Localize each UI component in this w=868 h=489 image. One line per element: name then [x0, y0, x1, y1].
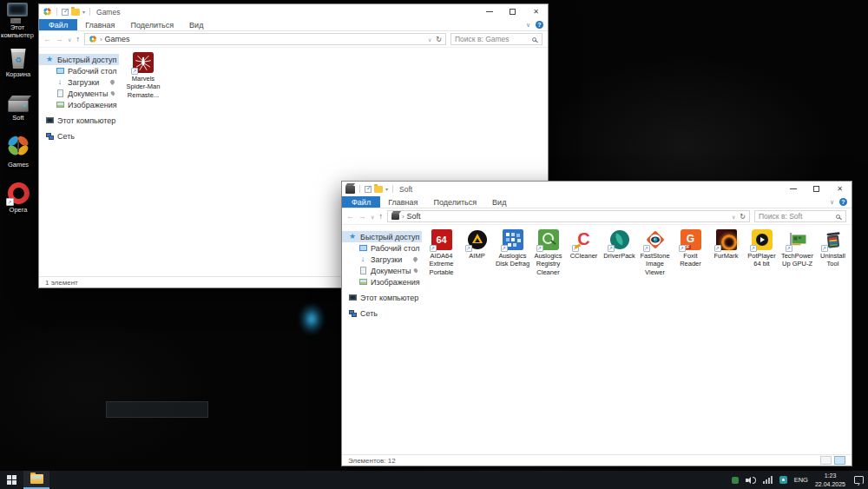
expand-ribbon-chevron-icon[interactable]: ∨ [830, 199, 834, 206]
action-center-icon[interactable] [854, 476, 864, 484]
tab-home[interactable]: Главная [77, 19, 122, 30]
downloads-icon [358, 255, 367, 263]
file-item-uninstall-tool[interactable]: Uninstall Tool [815, 229, 851, 268]
sidebar-item-network[interactable]: Сеть [342, 307, 422, 319]
clock-time: 1:23 [815, 472, 845, 479]
file-item-ccleaner[interactable]: C CCleaner [566, 229, 602, 260]
wallpaper-blue-glow [299, 302, 325, 335]
close-button[interactable]: ✕ [524, 4, 548, 19]
sidebar-item-desktop[interactable]: Рабочий стол [342, 242, 422, 254]
desktop-icon-games[interactable]: Games [0, 133, 36, 169]
refresh-icon[interactable]: ↻ [740, 213, 746, 221]
language-indicator[interactable]: ENG [794, 476, 808, 484]
sidebar-item-documents[interactable]: Документы [39, 88, 119, 99]
computer-icon [349, 294, 357, 301]
clock[interactable]: 1:23 22.04.2025 [815, 472, 845, 487]
status-bar: Элементов: 12 [342, 454, 852, 466]
new-folder-icon[interactable] [374, 186, 383, 193]
close-button[interactable]: ✕ [828, 182, 852, 196]
view-details-button[interactable] [820, 456, 832, 465]
tab-view[interactable]: Вид [181, 19, 211, 30]
volume-icon[interactable] [746, 476, 756, 485]
butterfly-icon [4, 133, 32, 159]
search-box[interactable]: Поиск в: Games [450, 33, 542, 45]
help-icon[interactable]: ? [839, 198, 847, 206]
recent-locations-chevron-icon[interactable]: ∨ [68, 36, 71, 43]
forward-button[interactable]: → [358, 213, 366, 221]
tab-share[interactable]: Поделиться [122, 19, 181, 30]
new-folder-icon[interactable] [71, 9, 80, 16]
sidebar-item-downloads[interactable]: Загрузки [342, 254, 422, 265]
file-item-aimp[interactable]: AIMP [459, 229, 495, 260]
shortcut-arrow-icon [750, 245, 757, 252]
title-bar[interactable]: ▾ Soft ✕ [342, 182, 852, 196]
status-text: Элементов: 12 [348, 457, 396, 465]
help-icon[interactable]: ? [536, 21, 543, 29]
network-icon[interactable] [763, 476, 773, 484]
breadcrumb[interactable]: Games [105, 35, 130, 43]
tab-home[interactable]: Главная [380, 196, 425, 208]
pin-icon [110, 90, 115, 96]
sidebar-item-network[interactable]: Сеть [39, 130, 119, 142]
tray-app-icon[interactable] [779, 476, 787, 484]
desktop-icon-soft[interactable]: Soft [0, 94, 36, 122]
desktop-icon-recycle-bin[interactable]: ♻ Корзина [0, 49, 36, 78]
file-label: Auslogics Disk Defrag [495, 252, 530, 268]
back-button[interactable]: ← [346, 213, 354, 221]
customize-toolbar-chevron-icon[interactable]: ▾ [385, 186, 388, 192]
sidebar-item-documents[interactable]: Документы [342, 265, 422, 276]
expand-ribbon-chevron-icon[interactable]: ∨ [526, 22, 530, 29]
downloads-icon [56, 78, 64, 86]
tab-share[interactable]: Поделиться [425, 196, 484, 208]
up-button[interactable]: ↑ [378, 213, 383, 221]
title-bar[interactable]: ▾ Games ✕ [39, 4, 548, 19]
tab-file[interactable]: Файл [39, 19, 77, 30]
maximize-button[interactable] [501, 4, 524, 19]
hidden-app-icon[interactable] [732, 477, 739, 484]
file-item-driverpack[interactable]: DriverPack [602, 229, 637, 260]
file-item-registry-cleaner[interactable]: Auslogics Registry Cleaner [530, 229, 566, 276]
sidebar-item-this-pc[interactable]: Этот компьютер [39, 115, 119, 126]
address-bar[interactable]: › Games ∨ ↻ [84, 33, 446, 45]
sidebar-item-this-pc[interactable]: Этот компьютер [342, 292, 422, 303]
file-item-disk-defrag[interactable]: Auslogics Disk Defrag [495, 229, 530, 268]
file-item-foxit[interactable]: GPDF Foxit Reader [673, 229, 708, 268]
file-item-furmark[interactable]: FurMark [708, 229, 744, 260]
properties-icon[interactable] [365, 186, 372, 193]
minimize-button[interactable] [781, 182, 805, 196]
file-item-gpuz[interactable]: TechPower Up GPU-Z [779, 229, 815, 268]
address-bar[interactable]: › Soft ∨ ↻ [387, 210, 750, 222]
search-box[interactable]: Поиск в: Soft [754, 210, 846, 222]
file-item-aida64[interactable]: 64 AIDA64 Extreme Portable [424, 229, 459, 276]
maximize-button[interactable] [805, 182, 828, 196]
minimize-button[interactable] [477, 4, 501, 19]
recent-locations-chevron-icon[interactable]: ∨ [371, 214, 374, 220]
address-dropdown-chevron-icon[interactable]: ∨ [732, 214, 735, 220]
back-button[interactable]: ← [43, 36, 51, 43]
sidebar-item-quick-access[interactable]: Быстрый доступ [39, 54, 119, 65]
forward-button[interactable]: → [56, 36, 63, 43]
sidebar-item-pictures[interactable]: Изображения [39, 99, 119, 110]
sidebar-item-desktop[interactable]: Рабочий стол [39, 65, 119, 76]
file-item-faststone[interactable]: FastStone Image Viewer [637, 229, 673, 276]
file-item-potplayer[interactable]: PotPlayer 64 bit [744, 229, 779, 268]
tab-file[interactable]: Файл [342, 196, 380, 208]
sidebar-item-quick-access[interactable]: Быстрый доступ [342, 231, 422, 242]
breadcrumb[interactable]: Soft [407, 212, 421, 221]
desktop-icon-opera[interactable]: Opera [0, 182, 36, 214]
tab-view[interactable]: Вид [484, 196, 514, 208]
desktop-icon-this-pc[interactable]: Этот компьютер [0, 3, 36, 39]
customize-toolbar-chevron-icon[interactable]: ▾ [82, 9, 85, 15]
address-dropdown-chevron-icon[interactable]: ∨ [428, 36, 431, 43]
sidebar-item-pictures[interactable]: Изображения [342, 276, 422, 287]
taskbar-file-explorer-button[interactable] [23, 471, 49, 489]
view-thumbnails-button[interactable] [834, 456, 845, 465]
desktop-icon-label: Корзина [6, 70, 31, 78]
properties-icon[interactable] [62, 9, 69, 16]
windows-logo-icon [7, 475, 16, 485]
refresh-icon[interactable]: ↻ [436, 36, 442, 43]
file-item-spiderman[interactable]: Marvels Spider-Man Remaste... [121, 52, 166, 99]
up-button[interactable]: ↑ [76, 36, 80, 43]
start-button[interactable] [0, 471, 23, 489]
sidebar-item-downloads[interactable]: Загрузки [39, 76, 119, 88]
